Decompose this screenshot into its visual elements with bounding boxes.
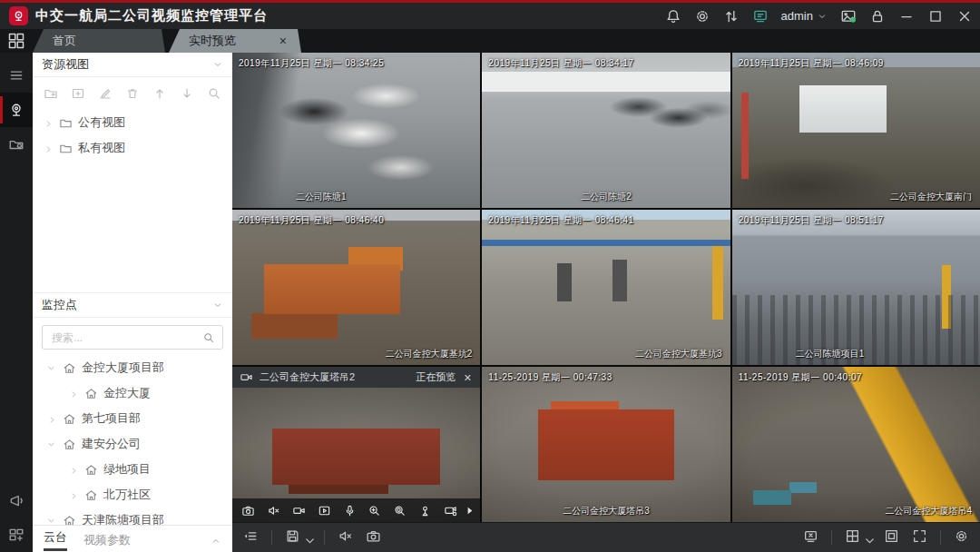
search-icon[interactable] [202, 331, 215, 344]
tree-item-label: 私有视图 [78, 140, 125, 156]
close-button[interactable] [956, 8, 973, 25]
resource-tree-item[interactable]: 公有视图 [33, 110, 232, 135]
notifications-icon[interactable] [665, 8, 681, 25]
tab-close-icon[interactable]: × [278, 34, 289, 48]
ptz-tab-0[interactable]: 云台 [44, 527, 67, 551]
snapshot-status-icon[interactable] [840, 8, 857, 25]
tab-live-preview[interactable]: 实时预览× [169, 29, 301, 53]
close-all-button[interactable] [803, 528, 818, 547]
maximize-button[interactable] [927, 8, 944, 25]
more-icon[interactable] [463, 503, 476, 518]
chevron-right-icon[interactable] [47, 414, 57, 424]
video-cell[interactable]: 2019年11月25日 星期一 08:46:09二公司金控大厦南门 [732, 53, 980, 208]
collapse-icon[interactable] [212, 59, 223, 70]
search-icon[interactable] [207, 86, 221, 101]
video-cell[interactable]: 2019年11月25日 星期一 08:46:41二公司金控大厦基坑3 [482, 210, 730, 365]
apps-grid-icon[interactable] [7, 32, 25, 50]
video-cell[interactable]: 二公司金控大厦塔吊2正在预览× [232, 367, 480, 522]
single-view-button[interactable] [884, 528, 899, 547]
delete-icon[interactable] [125, 86, 140, 101]
video-feed: 11-25-2019 星期一 00:47:33二公司金控大厦塔吊3 [482, 367, 730, 522]
close-preview-icon[interactable]: × [462, 370, 473, 385]
monitor-tree-item[interactable]: 天津陈塘项目部 [33, 508, 232, 525]
osd-camera-label: 二公司陈塘2 [482, 191, 730, 203]
mute-icon[interactable] [261, 503, 287, 518]
stream-mode-button[interactable] [243, 528, 259, 547]
zoom-in-icon[interactable] [362, 503, 387, 518]
chevron-down-icon[interactable] [47, 363, 57, 373]
user-menu[interactable]: admin [781, 9, 828, 23]
site-home-icon [84, 463, 98, 477]
snapshot-button[interactable] [366, 528, 381, 547]
record-icon[interactable] [287, 503, 312, 518]
monitor-points-header[interactable]: 监控点 [33, 293, 232, 318]
monitor-tree-item[interactable]: 北万社区 [33, 482, 232, 508]
add-group-icon[interactable] [44, 86, 58, 101]
tab-home[interactable]: 首页 [33, 29, 165, 53]
tree-item-label: 公有视图 [78, 114, 125, 131]
camera-name: 二公司金控大厦塔吊2 [260, 370, 409, 384]
ptz-config-icon[interactable] [438, 503, 464, 518]
gear-icon [954, 528, 969, 547]
mute-button[interactable] [338, 528, 353, 547]
app-logo-icon [9, 6, 28, 25]
monitor-tree-item[interactable]: 绿地项目 [33, 457, 232, 482]
settings-icon[interactable] [694, 8, 710, 25]
lock-icon[interactable] [869, 8, 886, 25]
minimize-button[interactable] [898, 8, 915, 25]
move-up-icon[interactable] [152, 86, 167, 101]
video-cell[interactable]: 11-25-2019 星期一 00:40:07二公司金控大厦塔吊4 [732, 367, 980, 522]
fullscreen-button[interactable] [912, 528, 927, 547]
save-button[interactable] [285, 528, 311, 547]
rail-spacer [0, 162, 33, 483]
snapshot-icon[interactable] [236, 503, 261, 518]
monitor-tree-item[interactable]: 金控大厦 [33, 380, 232, 406]
collapse-icon[interactable] [211, 534, 221, 545]
monitor-status-icon[interactable] [752, 8, 769, 25]
chevron-right-icon[interactable] [69, 490, 79, 500]
edit-icon[interactable] [98, 86, 113, 101]
gear-button[interactable] [954, 528, 969, 547]
video-cell[interactable]: 2019年11月25日 星期一 08:51:17二公司陈塘项目1 [732, 210, 980, 365]
chevron-down-icon[interactable] [47, 516, 57, 526]
osd-timestamp: 2019年11月25日 星期一 08:46:40 [239, 214, 384, 227]
chevron-down-icon[interactable] [47, 439, 57, 449]
rail-menu-icon[interactable] [0, 58, 33, 93]
titlebar-actions: admin [665, 8, 973, 25]
playback-icon[interactable] [311, 503, 337, 518]
search-input[interactable] [50, 330, 202, 345]
stream-mode-icon [243, 528, 259, 547]
chevron-right-icon[interactable] [69, 465, 79, 475]
osd-camera-label: 二公司金控大厦南门 [732, 191, 980, 203]
stream-transfer-icon[interactable] [723, 8, 740, 25]
resource-view-header[interactable]: 资源视图 [33, 53, 232, 77]
rail-archive-icon[interactable] [0, 127, 33, 162]
layout-grid-button[interactable] [845, 528, 871, 547]
monitor-tree-item[interactable]: 金控大厦项目部 [33, 355, 232, 380]
preset-icon[interactable] [413, 503, 438, 518]
video-cell[interactable]: 11-25-2019 星期一 00:47:33二公司金控大厦塔吊3 [482, 367, 730, 522]
chevron-right-icon[interactable] [44, 143, 54, 153]
site-home-icon [63, 361, 76, 375]
video-cell[interactable]: 2019年11月25日 星期一 08:46:40二公司金控大厦基坑2 [232, 210, 480, 365]
monitor-tree-item[interactable]: 建安分公司 [33, 431, 232, 457]
video-cell[interactable]: 2019年11月25日 星期一 08:34:17二公司陈塘2 [482, 53, 730, 208]
rail-camera-icon[interactable] [0, 93, 33, 127]
tree-item-label: 绿地项目 [103, 461, 151, 478]
osd-timestamp: 2019年11月25日 星期一 08:34:25 [239, 57, 384, 70]
video-cell[interactable]: 2019年11月25日 星期一 08:34:25二公司陈塘1 [232, 53, 480, 208]
talk-icon[interactable] [337, 503, 362, 518]
fullscreen-icon [912, 528, 927, 547]
tree-item-label: 金控大厦 [103, 385, 151, 401]
monitor-tree-item[interactable]: 第七项目部 [33, 406, 232, 431]
resource-tree-item[interactable]: 私有视图 [33, 135, 232, 161]
rail-wall-icon[interactable] [0, 518, 33, 552]
add-view-icon[interactable] [71, 86, 85, 101]
chevron-right-icon[interactable] [44, 118, 54, 128]
move-down-icon[interactable] [180, 86, 194, 101]
zoom-3d-icon[interactable] [387, 503, 413, 518]
chevron-right-icon[interactable] [69, 389, 79, 399]
collapse-icon[interactable] [212, 300, 223, 310]
rail-broadcast-icon[interactable] [0, 483, 33, 518]
ptz-tab-1[interactable]: 视频参数 [83, 529, 131, 548]
